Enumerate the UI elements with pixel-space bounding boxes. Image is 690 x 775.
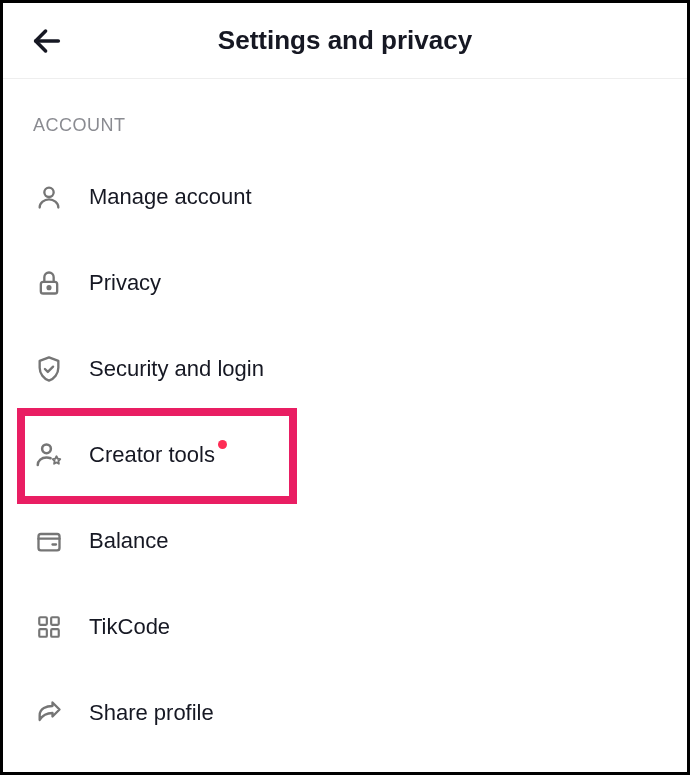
back-button[interactable] [27, 21, 67, 61]
section-header-account: ACCOUNT [3, 79, 687, 154]
menu-label: TikCode [89, 614, 170, 640]
lock-icon [33, 267, 65, 299]
menu-label: Creator tools [89, 442, 215, 468]
svg-rect-8 [39, 629, 47, 637]
svg-rect-6 [39, 617, 47, 625]
menu-label: Share profile [89, 700, 214, 726]
svg-point-3 [48, 286, 51, 289]
menu-item-creator-tools[interactable]: Creator tools [3, 412, 687, 498]
person-icon [33, 181, 65, 213]
shield-icon [33, 353, 65, 385]
svg-point-4 [42, 444, 51, 453]
menu-label: Manage account [89, 184, 252, 210]
share-icon [33, 697, 65, 729]
menu-label: Security and login [89, 356, 264, 382]
header: Settings and privacy [3, 3, 687, 79]
qr-icon [33, 611, 65, 643]
menu-item-share-profile[interactable]: Share profile [3, 670, 687, 756]
menu-item-tikcode[interactable]: TikCode [3, 584, 687, 670]
svg-point-1 [44, 188, 53, 197]
menu-item-balance[interactable]: Balance [3, 498, 687, 584]
svg-rect-7 [51, 617, 59, 625]
svg-rect-5 [39, 534, 60, 550]
menu-item-privacy[interactable]: Privacy [3, 240, 687, 326]
svg-rect-9 [51, 629, 59, 637]
wallet-icon [33, 525, 65, 557]
menu-label: Privacy [89, 270, 161, 296]
menu-item-manage-account[interactable]: Manage account [3, 154, 687, 240]
menu-item-security[interactable]: Security and login [3, 326, 687, 412]
back-arrow-icon [30, 24, 64, 58]
notification-dot [218, 440, 227, 449]
page-title: Settings and privacy [23, 25, 667, 56]
menu-label: Balance [89, 528, 169, 554]
person-star-icon [33, 439, 65, 471]
